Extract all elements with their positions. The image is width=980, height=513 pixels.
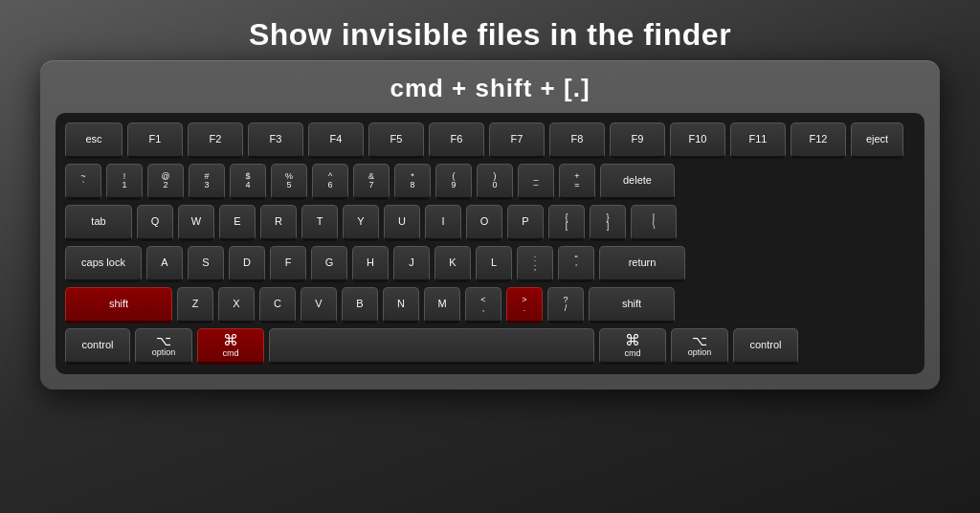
key-cmd-left[interactable]: ⌘ cmd — [197, 328, 264, 365]
key-7[interactable]: &7 — [353, 164, 390, 200]
key-control-right[interactable]: control — [733, 328, 798, 365]
key-j[interactable]: J — [393, 246, 430, 282]
key-4[interactable]: $4 — [230, 164, 266, 200]
key-d[interactable]: D — [229, 246, 265, 282]
key-quote[interactable]: "' — [558, 246, 594, 282]
key-f8[interactable]: F8 — [549, 123, 605, 159]
key-k[interactable]: K — [434, 246, 471, 282]
key-5[interactable]: %5 — [271, 164, 307, 200]
key-space[interactable] — [269, 328, 594, 365]
key-delete[interactable]: delete — [600, 164, 675, 200]
key-f7[interactable]: F7 — [489, 123, 545, 159]
bottom-row: control ⌥ option ⌘ cmd ⌘ cmd ⌥ option co… — [65, 328, 915, 365]
function-key-row: esc F1 F2 F3 F4 F5 F6 F7 F8 F9 F10 F11 F… — [65, 123, 915, 159]
key-capslock[interactable]: caps lock — [65, 246, 142, 282]
key-lbracket[interactable]: {[ — [548, 205, 585, 241]
keyboard-wrapper: cmd + shift + [.] esc F1 F2 F3 F4 F5 F6 … — [40, 60, 940, 390]
key-x[interactable]: X — [218, 287, 255, 323]
key-g[interactable]: G — [311, 246, 347, 282]
key-f9[interactable]: F9 — [610, 123, 665, 159]
key-r[interactable]: R — [260, 205, 297, 241]
key-option-left[interactable]: ⌥ option — [135, 328, 192, 365]
key-w[interactable]: W — [178, 205, 214, 241]
key-f[interactable]: F — [270, 246, 306, 282]
key-rbracket[interactable]: }] — [590, 205, 626, 241]
key-period[interactable]: >. — [506, 287, 543, 323]
key-cmd-right[interactable]: ⌘ cmd — [599, 328, 666, 365]
key-equals[interactable]: += — [559, 164, 595, 200]
key-eject[interactable]: eject — [851, 123, 903, 159]
key-9[interactable]: (9 — [435, 164, 472, 200]
key-f12[interactable]: F12 — [791, 123, 846, 159]
key-o[interactable]: O — [466, 205, 502, 241]
key-v[interactable]: V — [301, 287, 337, 323]
number-key-row: ~` !1 @2 #3 $4 %5 ^6 &7 *8 (9 )0 _– += d… — [65, 164, 915, 200]
key-esc[interactable]: esc — [65, 123, 122, 159]
key-f1[interactable]: F1 — [127, 123, 183, 159]
key-f6[interactable]: F6 — [429, 123, 484, 159]
key-f11[interactable]: F11 — [730, 123, 786, 159]
key-t[interactable]: T — [301, 205, 338, 241]
key-p[interactable]: P — [507, 205, 544, 241]
key-f3[interactable]: F3 — [248, 123, 303, 159]
key-tab[interactable]: tab — [65, 205, 132, 241]
zxcv-row: shift Z X C V B N M <, >. ?/ shift — [65, 287, 915, 323]
key-y[interactable]: Y — [343, 205, 379, 241]
key-f10[interactable]: F10 — [670, 123, 725, 159]
key-a[interactable]: A — [146, 246, 183, 282]
shortcut-display: cmd + shift + [.] — [56, 74, 924, 103]
key-option-right[interactable]: ⌥ option — [671, 328, 728, 365]
qwerty-row: tab Q W E R T Y U I O P {[ }] |\ — [65, 205, 915, 241]
key-b[interactable]: B — [342, 287, 378, 323]
key-shift-left[interactable]: shift — [65, 287, 172, 323]
key-2[interactable]: @2 — [147, 164, 184, 200]
key-e[interactable]: E — [219, 205, 256, 241]
key-m[interactable]: M — [424, 287, 460, 323]
key-z[interactable]: Z — [177, 287, 213, 323]
key-backslash[interactable]: |\ — [631, 205, 677, 241]
key-8[interactable]: *8 — [394, 164, 431, 200]
key-6[interactable]: ^6 — [312, 164, 348, 200]
key-0[interactable]: )0 — [477, 164, 513, 200]
keyboard: esc F1 F2 F3 F4 F5 F6 F7 F8 F9 F10 F11 F… — [56, 113, 924, 374]
key-backtick[interactable]: ~` — [65, 164, 101, 200]
key-f2[interactable]: F2 — [188, 123, 243, 159]
key-c[interactable]: C — [259, 287, 296, 323]
key-comma[interactable]: <, — [465, 287, 501, 323]
key-slash[interactable]: ?/ — [547, 287, 584, 323]
key-n[interactable]: N — [383, 287, 419, 323]
key-f5[interactable]: F5 — [368, 123, 424, 159]
key-semicolon[interactable]: :; — [517, 246, 553, 282]
key-u[interactable]: U — [384, 205, 420, 241]
key-l[interactable]: L — [476, 246, 512, 282]
page-title: Show invisible files in the finder — [249, 17, 731, 53]
key-h[interactable]: H — [352, 246, 389, 282]
key-1[interactable]: !1 — [106, 164, 143, 200]
key-f4[interactable]: F4 — [308, 123, 364, 159]
key-i[interactable]: I — [425, 205, 461, 241]
key-return[interactable]: return — [599, 246, 685, 282]
asdf-row: caps lock A S D F G H J K L :; "' return — [65, 246, 915, 282]
key-shift-right[interactable]: shift — [589, 287, 675, 323]
key-3[interactable]: #3 — [189, 164, 225, 200]
key-control-left[interactable]: control — [65, 328, 130, 365]
key-q[interactable]: Q — [137, 205, 173, 241]
key-minus[interactable]: _– — [518, 164, 554, 200]
key-s[interactable]: S — [188, 246, 224, 282]
